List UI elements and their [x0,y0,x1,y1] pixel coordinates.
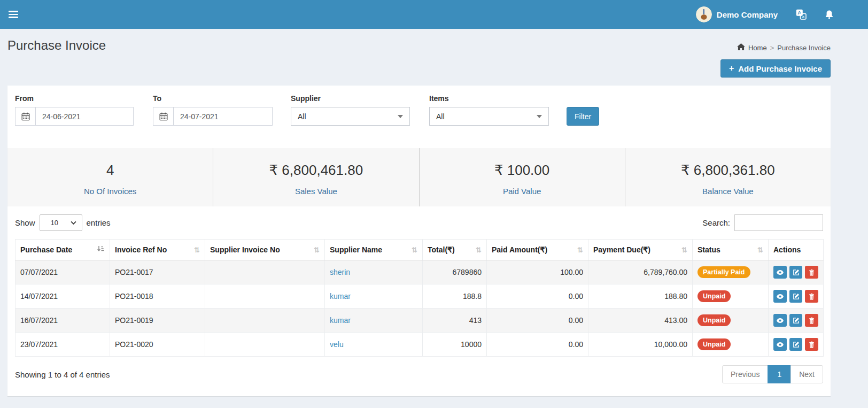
table-footer: Showing 1 to 4 of 4 entries Previous 1 N… [7,357,831,383]
column-header-status[interactable]: Status⇅ [693,240,769,260]
supplier-invoice-cell [205,284,325,309]
user-menu[interactable]: Demo Company [696,6,778,22]
purchase-date-cell: 16/07/2021 [15,309,110,333]
column-header-supplier-invoice-no[interactable]: Supplier Invoice No⇅ [205,240,325,260]
status-badge: Unpaid [698,338,731,350]
page-length-select[interactable]: 10 [40,214,82,231]
pagination-next[interactable]: Next [790,365,823,383]
stat-value: ₹ 6,800,361.80 [625,162,831,179]
supplier-name-cell: kumar [325,284,423,309]
stat-no-of-invoices: 4 No Of Invoices [7,148,213,206]
trash-icon [809,293,815,300]
home-icon [737,43,745,52]
delete-button[interactable] [805,314,818,327]
language-icon[interactable]: A a [796,9,807,20]
pagination-previous[interactable]: Previous [722,365,768,383]
supplier-select-value: All [298,112,306,121]
table-row: 14/07/2021 PO21-0018 kumar 188.8 0.00 18… [15,284,824,309]
view-button[interactable] [773,266,787,279]
purchase-date-cell: 14/07/2021 [15,284,110,309]
supplier-name-cell: kumar [325,309,423,333]
status-badge: Unpaid [698,314,731,326]
page-length-value: 10 [51,219,58,227]
stat-paid-value: ₹ 100.00 Paid Value [419,148,625,206]
column-header-total[interactable]: Total(₹)⇅ [423,240,487,260]
table-header-row: Purchase Date Invoice Ref No⇅ Supplier I… [15,240,824,260]
to-date-group [153,107,273,126]
top-navbar: Demo Company A a [0,0,868,29]
edit-icon [793,341,800,348]
eye-icon [776,294,784,299]
chevron-down-icon [398,115,403,118]
total-cell: 6789860 [423,260,487,284]
stat-label: Paid Value [420,187,625,196]
trash-icon [809,269,815,276]
status-cell: Unpaid [693,333,769,357]
view-button[interactable] [773,338,787,351]
payment-due-cell: 413.00 [588,309,693,333]
purchase-date-cell: 07/07/2021 [15,260,110,284]
sidebar-toggle-button[interactable] [0,4,27,25]
eye-icon [776,342,784,348]
delete-button[interactable] [805,266,818,279]
notifications-bell-icon[interactable] [825,10,834,19]
sort-icon: ⇅ [194,246,200,254]
status-badge: Unpaid [698,290,731,302]
paid-amount-cell: 0.00 [487,333,588,357]
delete-button[interactable] [805,290,818,303]
view-button[interactable] [773,314,787,327]
page-title: Purchase Invoice [7,38,106,53]
invoice-ref-cell: PO21-0017 [110,260,205,284]
svg-text:a: a [802,14,805,19]
total-cell: 10000 [423,333,487,357]
filter-button[interactable]: Filter [567,107,599,126]
stat-value: ₹ 6,800,461.80 [213,162,418,179]
stat-label: No Of Invoices [7,187,213,196]
column-header-invoice-ref-no[interactable]: Invoice Ref No⇅ [110,240,205,260]
total-cell: 188.8 [423,284,487,309]
supplier-link[interactable]: kumar [330,316,351,325]
actions-cell [769,333,824,357]
trash-icon [809,317,815,324]
edit-button[interactable] [789,290,803,303]
actions-cell [769,309,824,333]
stat-label: Sales Value [213,187,418,196]
column-header-paid-amount[interactable]: Paid Amount(₹)⇅ [487,240,588,260]
column-header-payment-due[interactable]: Payment Due(₹)⇅ [588,240,693,260]
add-purchase-invoice-label: Add Purchase Invoice [738,64,822,73]
add-purchase-invoice-button[interactable]: + Add Purchase Invoice [720,59,831,78]
from-date-input[interactable] [36,107,133,125]
breadcrumb-home-link[interactable]: Home [748,44,767,52]
edit-icon [793,269,800,276]
purchase-invoice-panel: From To [7,86,831,396]
sort-icon: ⇅ [681,246,687,254]
column-header-purchase-date[interactable]: Purchase Date [15,240,110,260]
search-input[interactable] [734,214,823,231]
supplier-link[interactable]: sherin [330,268,350,276]
breadcrumb-separator: > [770,44,774,52]
supplier-name-cell: sherin [325,260,423,284]
edit-button[interactable] [789,314,803,327]
edit-button[interactable] [789,266,803,279]
invoice-ref-cell: PO21-0019 [110,309,205,333]
supplier-link[interactable]: velu [330,340,344,349]
pagination-page-1[interactable]: 1 [768,365,791,383]
from-label: From [15,94,134,103]
table-controls: Show 10 entries Search: [7,206,831,239]
column-header-supplier-name[interactable]: Supplier Name⇅ [325,240,423,260]
edit-button[interactable] [789,338,803,351]
supplier-select[interactable]: All [291,107,410,126]
stat-balance-value: ₹ 6,800,361.80 Balance Value [625,148,831,206]
view-button[interactable] [773,290,787,303]
items-select[interactable]: All [429,107,549,126]
calendar-icon [153,107,174,125]
table-row: 16/07/2021 PO21-0019 kumar 413 0.00 413.… [15,309,824,333]
to-date-input[interactable] [174,107,272,125]
plus-icon: + [729,64,734,73]
actions-cell [769,284,824,309]
supplier-link[interactable]: kumar [330,292,351,301]
from-date-group [15,107,134,126]
delete-button[interactable] [805,338,818,351]
eye-icon [776,270,784,275]
supplier-invoice-cell [205,333,325,357]
